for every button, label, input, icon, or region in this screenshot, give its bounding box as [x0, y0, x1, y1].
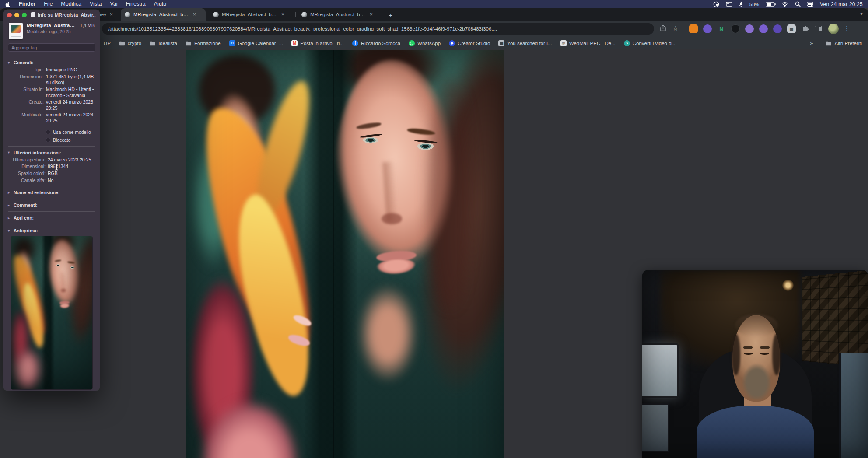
bookmark-creator-studio[interactable]: ◆ Creator Studio	[449, 40, 490, 46]
extension-key-icon[interactable]	[745, 24, 754, 33]
battery-icon[interactable]	[766, 2, 775, 7]
section-generali[interactable]: ▾ Generali:	[4, 59, 100, 66]
bookmark-converti-video[interactable]: S Converti i video di...	[624, 40, 677, 46]
row-value: 24 marzo 2023 20:25	[48, 157, 96, 163]
minimize-button[interactable]	[14, 13, 19, 17]
share-icon[interactable]	[660, 25, 666, 31]
close-button[interactable]	[7, 13, 12, 17]
menu-finestra[interactable]: Finestra	[126, 0, 146, 8]
zoom-button[interactable]	[22, 13, 27, 17]
tab-favicon	[125, 12, 130, 17]
info-row: Spazio colori: RGB	[4, 170, 100, 177]
extensions-puzzle-icon[interactable]	[802, 25, 809, 32]
menu-vista[interactable]: Vista	[90, 0, 102, 8]
bookmark-other-favorites[interactable]: Altri Preferiti	[826, 40, 862, 46]
bookmark-label: You searched for I...	[507, 41, 552, 46]
section-label: Nome ed estensione:	[14, 190, 60, 195]
extension-purple-icon[interactable]	[703, 24, 712, 33]
row-value: RGB	[48, 171, 96, 177]
tab-separator	[295, 12, 296, 17]
extension-cloud-icon[interactable]	[759, 24, 768, 33]
row-value: Immagine PNG	[46, 67, 96, 73]
bookmark-search-result[interactable]: ▦ You searched for I...	[498, 40, 552, 46]
bookmark-google-calendar[interactable]: 31 Google Calendar -...	[229, 40, 284, 46]
bookmark-webmail-pec[interactable]: @ WebMail PEC - De...	[560, 40, 616, 46]
divider	[8, 199, 95, 199]
info-row: Modificato: venerdì 24 marzo 2023 20:25	[4, 112, 100, 124]
bookmarks-bar: -UP crypto Idealista Formazione 31 Googl…	[0, 37, 868, 49]
info-window-titlebar[interactable]: Info su MRregista_Abstr...	[4, 10, 100, 20]
section-apri-con[interactable]: ▸ Apri con:	[4, 214, 100, 222]
menu-aiuto[interactable]: Aiuto	[154, 0, 167, 8]
browser-menu-dots-icon[interactable]: ⋮	[844, 24, 850, 32]
tab-2[interactable]: MRregista_Abstract_beauty._ ×	[209, 8, 294, 21]
tab-active[interactable]: MRregista_Abstract_beauty._ ×	[121, 8, 206, 21]
wifi-icon[interactable]	[781, 2, 788, 7]
profile-avatar[interactable]	[828, 24, 839, 34]
bluetooth-icon[interactable]	[739, 1, 743, 7]
bookmark-facebook[interactable]: f Riccardo Scrocca	[352, 40, 400, 46]
menu-bar: Finder File Modifica Vista Vai Finestra …	[0, 0, 868, 8]
section-commenti[interactable]: ▸ Commenti:	[4, 201, 100, 209]
bookmarks-overflow-icon[interactable]: »	[810, 40, 813, 46]
checkbox[interactable]	[46, 130, 50, 134]
row-label: Canale alfa:	[5, 178, 46, 184]
extension-grid-icon[interactable]: ▦	[787, 24, 796, 33]
apple-menu-icon[interactable]	[5, 1, 10, 7]
tab-label: MRregista_Abstract_beauty._	[133, 12, 189, 17]
creator-studio-icon: ◆	[449, 40, 455, 46]
tab-overflow-chevron-icon[interactable]: ▾	[860, 10, 863, 17]
extension-blob-icon[interactable]	[773, 24, 782, 33]
record-status-icon[interactable]	[713, 1, 719, 7]
tab-close-icon[interactable]: ×	[369, 11, 373, 17]
section-anteprima[interactable]: ▾ Anteprima:	[4, 227, 100, 234]
chevron-down-icon: ▾	[8, 150, 11, 154]
section-ulteriori-informazioni[interactable]: ▾ Ulteriori informazioni:	[4, 149, 100, 157]
side-panel-icon[interactable]	[815, 26, 822, 31]
menu-finder[interactable]: Finder	[19, 0, 35, 8]
tab-3[interactable]: MRregista_Abstract_beauty._ ×	[298, 8, 382, 21]
bookmark-gmail-inbox[interactable]: M Posta in arrivo - ri...	[291, 40, 344, 46]
bookmark-star-icon[interactable]: ☆	[672, 24, 678, 32]
bookmark-item[interactable]: -UP	[102, 41, 111, 46]
menu-file[interactable]: File	[44, 0, 52, 8]
new-tab-button[interactable]: +	[386, 10, 396, 20]
browser-toolbar: ☆ N ▦ ⋮	[0, 21, 868, 37]
checkbox[interactable]	[46, 138, 50, 142]
row-label: Dimensioni:	[5, 164, 46, 170]
row-label: Spazio colori:	[5, 171, 46, 177]
section-nome-ed-estensione[interactable]: ▸ Nome ed estensione:	[4, 189, 100, 196]
menu-modifica[interactable]: Modifica	[61, 0, 81, 8]
bookmark-whatsapp[interactable]: WhatsApp	[409, 40, 441, 46]
control-center-icon[interactable]	[807, 2, 813, 7]
bookmark-folder-crypto[interactable]: crypto	[119, 40, 141, 46]
menu-vai[interactable]: Vai	[110, 0, 117, 8]
section-label: Generali:	[14, 60, 34, 65]
file-size: 1,4 MB	[80, 23, 94, 28]
bookmark-label: Converti i video di...	[633, 41, 677, 46]
menu-bar-clock[interactable]: Ven 24 mar 20:25	[820, 1, 863, 7]
tab-close-icon[interactable]: ×	[109, 11, 113, 17]
checkbox-label: Usa come modello	[53, 129, 91, 135]
tab-close-icon[interactable]: ×	[192, 11, 196, 17]
bookmark-label: Formazione	[194, 41, 221, 46]
checkbox-usa-come-modello[interactable]: Usa come modello	[46, 129, 100, 135]
portrait-artwork	[186, 50, 504, 458]
bookmark-label: Altri Preferiti	[834, 41, 862, 46]
extension-metamask-icon[interactable]	[689, 24, 698, 33]
extension-n-icon[interactable]: N	[717, 24, 726, 33]
row-label: Situato in:	[5, 87, 44, 98]
display-icon[interactable]	[726, 2, 732, 7]
address-bar[interactable]	[102, 23, 654, 35]
extension-dark-icon[interactable]	[731, 24, 740, 33]
tags-input[interactable]	[8, 43, 95, 52]
bookmark-folder-idealista[interactable]: Idealista	[150, 40, 177, 46]
row-label: Creato:	[5, 99, 44, 111]
spotlight-search-icon[interactable]	[795, 1, 801, 7]
checkbox-bloccato[interactable]: Bloccato	[46, 137, 100, 143]
bookmark-folder-formazione[interactable]: Formazione	[186, 40, 221, 46]
info-row: Dimensioni: 896×1344	[4, 163, 100, 170]
bookmark-label: WhatsApp	[417, 41, 441, 46]
battery-percent: 58%	[749, 2, 759, 7]
tab-close-icon[interactable]: ×	[281, 11, 285, 17]
